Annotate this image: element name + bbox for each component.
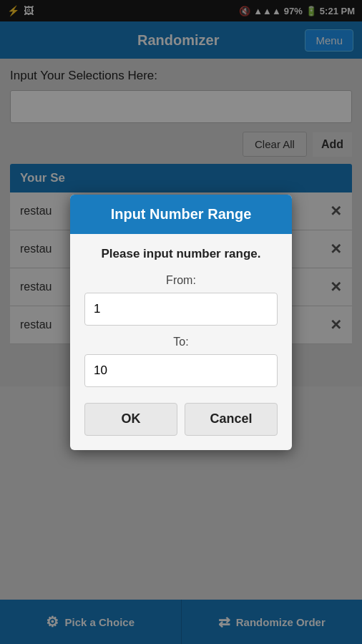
to-label: To: [84, 336, 278, 348]
from-input[interactable] [84, 293, 278, 326]
dialog-body: Please input number range. From: To: OK … [70, 234, 292, 450]
to-input[interactable] [84, 354, 278, 387]
dialog-title: Input Number Range [111, 206, 252, 222]
from-label: From: [84, 274, 278, 287]
dialog: Input Number Range Please input number r… [70, 195, 292, 450]
cancel-button[interactable]: Cancel [185, 403, 278, 436]
dialog-buttons: OK Cancel [84, 403, 278, 436]
modal-overlay: Input Number Range Please input number r… [0, 0, 362, 644]
dialog-description: Please input number range. [84, 247, 278, 261]
dialog-header: Input Number Range [70, 195, 292, 234]
ok-button[interactable]: OK [84, 403, 177, 436]
